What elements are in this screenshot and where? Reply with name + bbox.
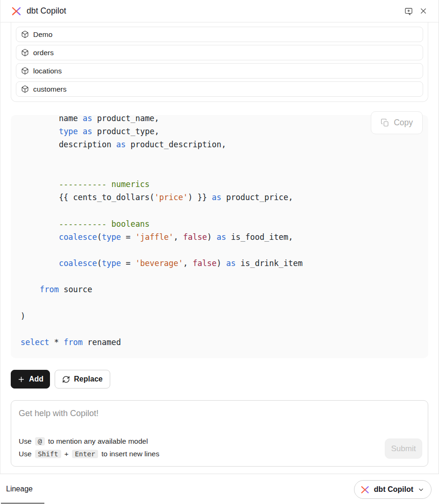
copilot-input[interactable]: Get help with Copilot!	[19, 409, 420, 418]
package-icon	[21, 49, 29, 57]
dbt-copilot-panel: dbt Copilot	[0, 0, 439, 504]
kbd-hint: Shift	[35, 450, 61, 458]
copilot-pane: dbt Copilot	[0, 0, 439, 474]
hint-text: Use	[19, 450, 34, 458]
model-chip-label: locations	[33, 67, 62, 75]
hint-text: +	[63, 450, 71, 458]
hint-text: to mention any available model	[46, 437, 148, 446]
kbd-hint: @	[35, 437, 45, 446]
model-chip[interactable]: orders	[16, 45, 423, 60]
model-chip-label: orders	[33, 49, 54, 57]
package-icon	[21, 67, 29, 75]
add-button[interactable]: Add	[11, 370, 50, 389]
sql-code-card: name as product_name, type as product_ty…	[11, 115, 428, 358]
code-block: Copy name as product_name, type as produ…	[11, 115, 428, 358]
model-chip-label: Demo	[33, 30, 52, 39]
model-chip[interactable]: Demo	[16, 27, 423, 42]
dbt-copilot-logo-icon	[11, 6, 22, 17]
close-icon	[419, 7, 428, 15]
model-chip-label: customers	[33, 85, 67, 94]
model-chip[interactable]: locations	[16, 63, 423, 79]
panel-title: dbt Copilot	[27, 6, 66, 16]
add-to-editor-button[interactable]	[403, 6, 414, 17]
copy-button-label: Copy	[394, 118, 413, 128]
plus-icon	[17, 375, 25, 383]
dbt-copilot-logo-icon	[360, 485, 370, 495]
copilot-selector-label: dbt Copilot	[374, 485, 413, 494]
bottom-bar: Lineage dbt Copilot	[0, 474, 439, 504]
panel-header: dbt Copilot	[0, 0, 439, 22]
hint-text: to insert new lines	[99, 450, 159, 458]
package-icon	[21, 85, 29, 93]
copy-icon	[381, 118, 389, 127]
model-chip[interactable]: customers	[16, 81, 423, 97]
copilot-composer: Get help with Copilot! Use @ to mention …	[11, 400, 428, 467]
add-button-label: Add	[29, 375, 43, 383]
code-content: name as product_name, type as product_ty…	[21, 115, 418, 349]
hint-text: Use	[19, 437, 34, 446]
message-square-plus-icon	[404, 7, 413, 16]
replace-button[interactable]: Replace	[55, 370, 110, 389]
kbd-hint: Enter	[72, 450, 98, 458]
copy-button[interactable]: Copy	[371, 111, 423, 134]
tab-lineage[interactable]: Lineage	[6, 485, 33, 493]
refresh-icon	[62, 375, 70, 383]
code-action-row: Add Replace	[11, 370, 428, 389]
chat-scroll-area[interactable]: Demo orders locations	[0, 22, 439, 474]
close-button[interactable]	[418, 6, 429, 16]
replace-button-label: Replace	[74, 375, 102, 383]
chevron-down-icon	[418, 486, 425, 493]
models-card: Demo orders locations	[11, 22, 428, 102]
composer-hints: Use @ to mention any available modelUse …	[19, 435, 159, 460]
submit-button[interactable]: Submit	[385, 439, 422, 459]
copilot-selector-button[interactable]: dbt Copilot	[354, 480, 432, 499]
package-icon	[21, 30, 29, 38]
